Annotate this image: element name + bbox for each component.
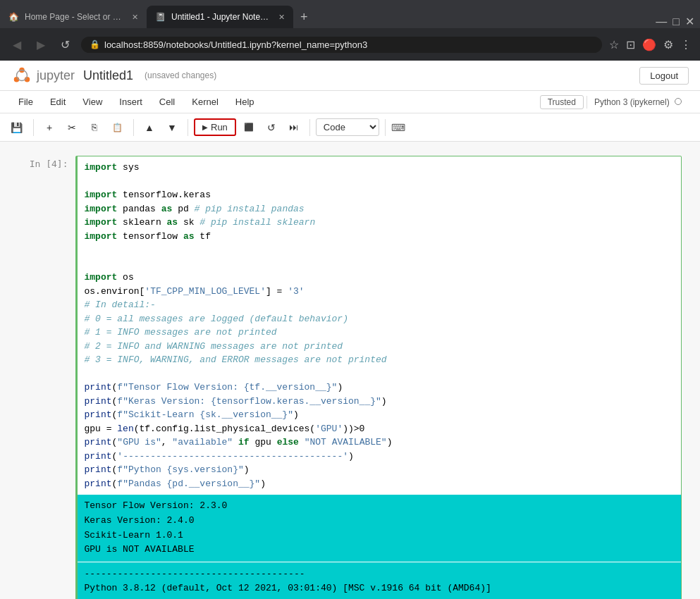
save-icon: 💾 [11, 122, 23, 133]
notebook-area: In [4]: import sys import tensorflow.ker… [0, 142, 700, 599]
maximize-icon[interactable]: □ [673, 16, 680, 28]
reload-button[interactable]: ↺ [56, 37, 74, 53]
jupyter-brand-text: jupyter [37, 68, 75, 83]
url-box[interactable]: 🔒 localhost:8859/notebooks/Untitled1.ipy… [81, 37, 602, 53]
toolbar-sep-2 [133, 119, 134, 136]
fast-forward-button[interactable]: ⏭ [284, 118, 304, 137]
code-cell-content[interactable]: import sys import tensorflow.keras impor… [75, 156, 682, 599]
paste-cell-button[interactable]: 📋 [107, 118, 128, 137]
arrow-up-icon: ▲ [145, 122, 154, 133]
move-down-button[interactable]: ▼ [162, 118, 182, 137]
menu-bar: File Edit View Insert Cell Kernel Help T… [0, 91, 700, 113]
output-line-4: GPU is NOT AVAILABLE [85, 544, 195, 555]
fast-forward-icon: ⏭ [289, 122, 298, 132]
settings-icon[interactable]: ⚙ [663, 38, 673, 51]
extension2-icon[interactable]: 🔴 [642, 38, 656, 51]
kernel-status-circle [675, 98, 682, 105]
tab-home-favicon: 🏠 [8, 12, 19, 22]
trusted-badge[interactable]: Trusted [540, 95, 584, 109]
extension1-icon[interactable]: ⊡ [626, 38, 635, 51]
output-area-2: ----------------------------------------… [78, 562, 681, 599]
save-button[interactable]: 💾 [6, 118, 27, 137]
restart-button[interactable]: ↺ [262, 118, 281, 137]
kernel-info: Python 3 (ipykernel) [587, 96, 689, 109]
copy-cell-button[interactable]: ⎘ [85, 118, 104, 137]
toolbar-sep-3 [188, 119, 188, 136]
menu-insert[interactable]: Insert [112, 94, 149, 109]
jupyter-logo-icon [11, 65, 32, 86]
restart-icon: ↺ [267, 122, 276, 133]
code-editor[interactable]: import sys import tensorflow.keras impor… [78, 156, 681, 495]
notebook-title[interactable]: Untitled1 [83, 68, 133, 83]
toolbar-sep-4 [309, 119, 310, 136]
cut-icon: ✂ [68, 122, 76, 133]
menu-view[interactable]: View [75, 94, 109, 109]
tab-jupyter-label: Untitled1 - Jupyter Notebook [171, 12, 270, 22]
menu-kernel[interactable]: Kernel [185, 94, 226, 109]
keyboard-icon[interactable]: ⌨ [391, 122, 405, 133]
minimize-icon[interactable]: — [656, 16, 667, 28]
logout-button[interactable]: Logout [639, 67, 689, 85]
new-tab-button[interactable]: + [293, 10, 315, 25]
jupyter-app: jupyter Untitled1 (unsaved changes) Logo… [0, 61, 700, 599]
cell-type-select[interactable]: Code Markdown Raw NBConvert [316, 118, 379, 136]
kernel-info-text: Python 3 (ipykernel) [594, 97, 670, 107]
url-text: localhost:8859/notebooks/Untitled1.ipynb… [104, 39, 594, 50]
cut-cell-button[interactable]: ✂ [62, 118, 82, 137]
run-button[interactable]: ▶ Run [194, 118, 236, 136]
toolbar-sep-5 [385, 119, 386, 136]
code-cell-container: In [4]: import sys import tensorflow.ker… [19, 156, 682, 599]
jupyter-header: jupyter Untitled1 (unsaved changes) Logo… [0, 61, 700, 91]
cell-number: In [4]: [19, 156, 75, 599]
address-bar: ◀ ▶ ↺ 🔒 localhost:8859/notebooks/Untitle… [0, 28, 700, 61]
tab-home[interactable]: 🏠 Home Page - Select or create a n... ✕ [0, 6, 147, 28]
menu-file[interactable]: File [11, 94, 40, 109]
tab-jupyter-close[interactable]: ✕ [278, 13, 285, 22]
toolbar-sep-1 [33, 119, 34, 136]
lock-icon: 🔒 [90, 39, 100, 49]
arrow-down-icon: ▼ [167, 122, 177, 133]
jupyter-logo: jupyter [11, 65, 75, 86]
back-button[interactable]: ◀ [8, 37, 25, 53]
copy-icon: ⎘ [92, 122, 97, 132]
output-separator-line: ---------------------------------------- [85, 567, 674, 581]
move-up-button[interactable]: ▲ [140, 118, 159, 137]
run-label: Run [211, 122, 228, 132]
tab-jupyter-favicon: 📓 [155, 12, 166, 22]
add-cell-button[interactable]: + [39, 118, 59, 137]
tab-jupyter[interactable]: 📓 Untitled1 - Jupyter Notebook ✕ [147, 6, 293, 28]
stop-icon: ⬛ [244, 123, 254, 132]
output-area-1: Tensor Flow Version: 2.3.0 Keras Version… [78, 495, 681, 562]
menu-help[interactable]: Help [228, 94, 262, 109]
menu-dots-icon[interactable]: ⋮ [680, 38, 692, 51]
tab-home-label: Home Page - Select or create a n... [25, 12, 123, 22]
toolbar: 💾 + ✂ ⎘ 📋 ▲ ▼ ▶ Run ⬛ ↺ [0, 113, 700, 142]
tab-extras: — □ ✕ [656, 15, 700, 28]
output-line-5: Python 3.8.12 (default, Oct 12 2021, 03:… [85, 583, 491, 593]
menu-cell[interactable]: Cell [152, 94, 182, 109]
output-line-3: Scikit-Learn 1.0.1 [85, 530, 183, 541]
bookmark-icon[interactable]: ☆ [609, 38, 619, 51]
tab-bar: 🏠 Home Page - Select or create a n... ✕ … [0, 0, 700, 28]
address-actions: ☆ ⊡ 🔴 ⚙ ⋮ [609, 38, 692, 51]
plus-icon: + [47, 122, 52, 133]
output-line-1: Tensor Flow Version: 2.3.0 [85, 500, 228, 511]
run-play-icon: ▶ [202, 123, 208, 131]
browser-window: 🏠 Home Page - Select or create a n... ✕ … [0, 0, 700, 61]
paste-icon: 📋 [112, 123, 123, 132]
tab-home-close[interactable]: ✕ [132, 13, 138, 22]
close-window-icon[interactable]: ✕ [685, 15, 694, 28]
unsaved-label: (unsaved changes) [145, 70, 216, 80]
stop-button[interactable]: ⬛ [239, 118, 259, 137]
output-line-2: Keras Version: 2.4.0 [85, 515, 195, 526]
menu-edit[interactable]: Edit [43, 94, 73, 109]
forward-button[interactable]: ▶ [32, 37, 49, 53]
